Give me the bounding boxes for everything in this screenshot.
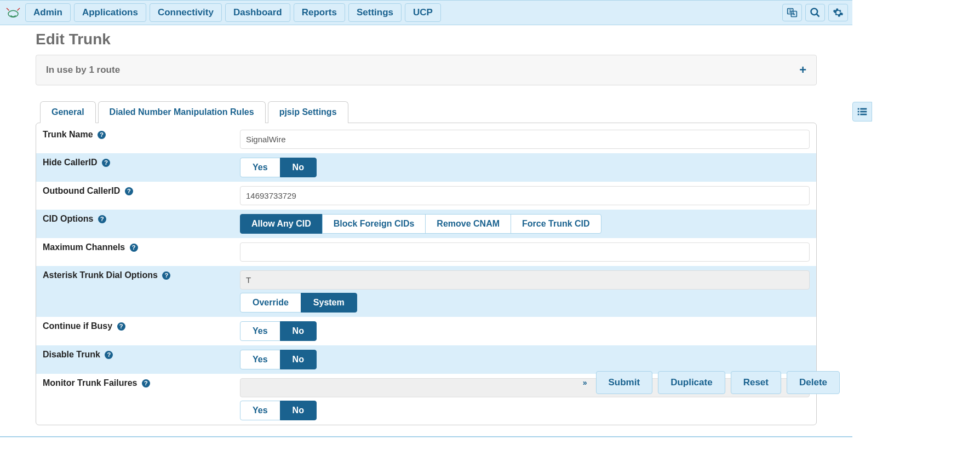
cid-block-foreign[interactable]: Block Foreign CIDs [322, 214, 426, 234]
svg-rect-7 [858, 111, 859, 113]
dial-system[interactable]: System [301, 293, 357, 313]
label-disable-trunk: Disable Trunk [43, 350, 100, 359]
nav-admin[interactable]: Admin [25, 3, 71, 22]
dial-override[interactable]: Override [240, 293, 301, 313]
tab-bar: General Dialed Number Manipulation Rules… [40, 101, 817, 123]
svg-rect-8 [860, 111, 867, 113]
nav-ucp[interactable]: UCP [405, 3, 441, 22]
route-info-text: In use by 1 route [46, 65, 120, 76]
outbound-cid-input[interactable] [240, 186, 810, 205]
help-icon[interactable]: ? [98, 215, 106, 223]
label-monitor-failures: Monitor Trunk Failures [43, 378, 137, 387]
tab-pjsip[interactable]: pjsip Settings [268, 101, 348, 123]
continue-busy-no[interactable]: No [280, 321, 317, 341]
monitor-fail-no[interactable]: No [280, 401, 317, 420]
cid-force-trunk[interactable]: Force Trunk CID [511, 214, 601, 234]
continue-busy-yes[interactable]: Yes [240, 321, 280, 341]
monitor-fail-yes[interactable]: Yes [240, 401, 280, 420]
label-continue-busy: Continue if Busy [43, 321, 112, 331]
nav-reports[interactable]: Reports [294, 3, 345, 22]
hide-cid-no[interactable]: No [280, 158, 317, 177]
submit-button[interactable]: Submit [596, 371, 653, 394]
label-outbound-cid: Outbound CallerID [43, 186, 120, 195]
page-title: Edit Trunk [36, 31, 817, 48]
cid-remove-cnam[interactable]: Remove CNAM [425, 214, 511, 234]
label-hide-cid: Hide CallerID [43, 158, 98, 167]
label-trunk-name: Trunk Name [43, 130, 93, 139]
footer-expand-icon[interactable]: » [583, 378, 591, 387]
gear-icon[interactable] [828, 4, 848, 21]
svg-point-0 [8, 10, 18, 17]
help-icon[interactable]: ? [130, 244, 138, 252]
help-icon[interactable]: ? [162, 271, 170, 280]
disable-trunk-yes[interactable]: Yes [240, 350, 280, 369]
nav-dashboard[interactable]: Dashboard [225, 3, 290, 22]
footer-action-bar: » Submit Duplicate Reset Delete [583, 371, 840, 394]
help-icon[interactable]: ? [125, 187, 133, 195]
help-icon[interactable]: ? [98, 131, 106, 139]
route-info-panel: In use by 1 route + [36, 55, 817, 85]
expand-panel-icon[interactable]: + [799, 63, 806, 77]
help-icon[interactable]: ? [105, 351, 113, 359]
svg-rect-6 [860, 108, 867, 110]
label-dial-options: Asterisk Trunk Dial Options [43, 270, 158, 280]
delete-button[interactable]: Delete [787, 371, 840, 394]
svg-rect-9 [858, 114, 859, 115]
max-channels-input[interactable] [240, 242, 810, 262]
nav-applications[interactable]: Applications [74, 3, 146, 22]
list-toggle-icon[interactable] [852, 102, 872, 122]
svg-point-3 [811, 9, 818, 15]
trunk-name-input[interactable] [240, 130, 810, 149]
nav-settings[interactable]: Settings [348, 3, 402, 22]
hide-cid-yes[interactable]: Yes [240, 158, 280, 177]
tab-general[interactable]: General [40, 101, 96, 123]
label-max-channels: Maximum Channels [43, 242, 125, 252]
reset-button[interactable]: Reset [731, 371, 781, 394]
search-icon[interactable] [805, 4, 825, 21]
svg-rect-10 [860, 114, 867, 115]
dial-options-input [240, 270, 810, 290]
label-cid-options: CID Options [43, 214, 93, 223]
duplicate-button[interactable]: Duplicate [658, 371, 725, 394]
bottom-divider [0, 436, 852, 437]
disable-trunk-no[interactable]: No [280, 350, 317, 369]
tab-dialed-rules[interactable]: Dialed Number Manipulation Rules [98, 101, 266, 123]
help-icon[interactable]: ? [102, 159, 110, 167]
logo-icon [4, 5, 22, 20]
translate-icon[interactable] [782, 4, 802, 21]
svg-line-4 [817, 14, 819, 17]
help-icon[interactable]: ? [117, 322, 125, 331]
help-icon[interactable]: ? [142, 379, 150, 387]
top-navbar: Admin Applications Connectivity Dashboar… [0, 0, 852, 25]
nav-connectivity[interactable]: Connectivity [150, 3, 222, 22]
svg-rect-5 [858, 108, 859, 110]
cid-allow-any[interactable]: Allow Any CID [240, 214, 323, 234]
